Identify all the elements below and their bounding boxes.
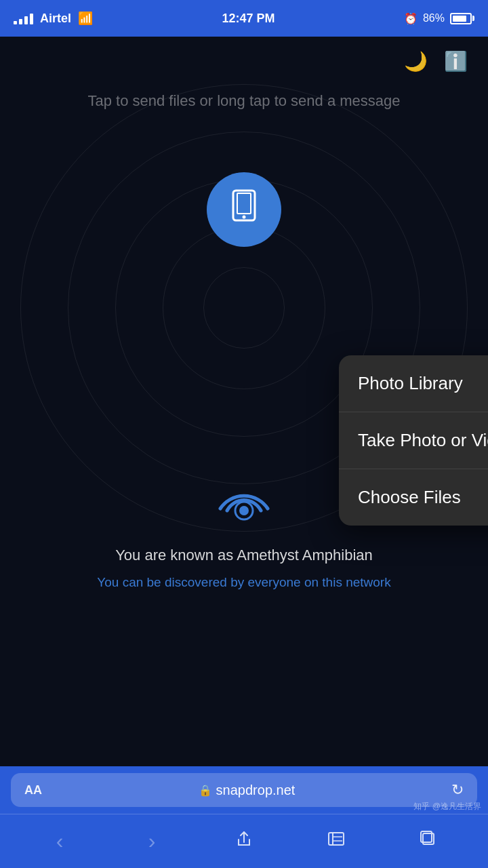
dark-mode-icon[interactable]: 🌙: [404, 50, 428, 73]
alarm-icon: ⏰: [404, 12, 418, 25]
radar-svg: [210, 465, 278, 532]
app-area: 🌙 ℹ️ Tap to send files or long tap to se…: [0, 37, 488, 732]
info-icon[interactable]: ℹ️: [444, 50, 468, 73]
bottom-section: You are known as Amethyst Amphibian You …: [0, 461, 488, 590]
device-section: Photo Library Take Photo or Video: [207, 172, 281, 247]
lock-icon: 🔒: [199, 784, 212, 797]
url-text-value: snapdrop.net: [216, 783, 296, 798]
top-right-icons: 🌙 ℹ️: [404, 50, 468, 73]
device-network-text: You can be discovered by everyone on thi…: [97, 575, 390, 590]
tabs-button[interactable]: [382, 830, 474, 852]
svg-point-2: [243, 216, 246, 219]
hint-text: Tap to send files or long tap to send a …: [0, 91, 488, 112]
battery-percent: 86%: [423, 12, 445, 24]
bottom-nav: ‹ ›: [0, 814, 488, 868]
svg-rect-11: [329, 833, 344, 845]
url-display[interactable]: 🔒 snapdrop.net: [50, 783, 443, 798]
status-left: Airtel 📶: [14, 11, 93, 26]
device-name-text: You are known as Amethyst Amphibian: [115, 547, 373, 564]
back-button[interactable]: ‹: [14, 829, 106, 854]
signal-bars: [14, 12, 33, 24]
font-size-button[interactable]: AA: [24, 783, 42, 797]
status-bar: Airtel 📶 12:47 PM ⏰ 86%: [0, 0, 488, 37]
photo-library-label: Photo Library: [358, 373, 463, 394]
local-radar: [207, 461, 281, 536]
status-right: ⏰ 86%: [404, 12, 474, 25]
device-button[interactable]: [207, 172, 281, 247]
watermark: 知乎 @逸凡生活界: [413, 801, 481, 812]
reload-button[interactable]: ↻: [451, 781, 464, 799]
battery-icon: [450, 13, 474, 24]
bookmarks-button[interactable]: [290, 830, 382, 852]
photo-library-item[interactable]: Photo Library: [339, 355, 488, 412]
forward-button[interactable]: ›: [106, 829, 198, 854]
wifi-icon: 📶: [78, 11, 93, 26]
url-bar[interactable]: AA 🔒 snapdrop.net ↻: [11, 773, 477, 807]
share-button[interactable]: [198, 830, 290, 852]
phone-icon: [226, 188, 262, 231]
take-photo-label: Take Photo or Video: [358, 430, 488, 451]
time-display: 12:47 PM: [222, 12, 274, 26]
svg-rect-1: [237, 193, 251, 214]
carrier-label: Airtel: [40, 12, 71, 26]
svg-point-9: [239, 506, 249, 515]
